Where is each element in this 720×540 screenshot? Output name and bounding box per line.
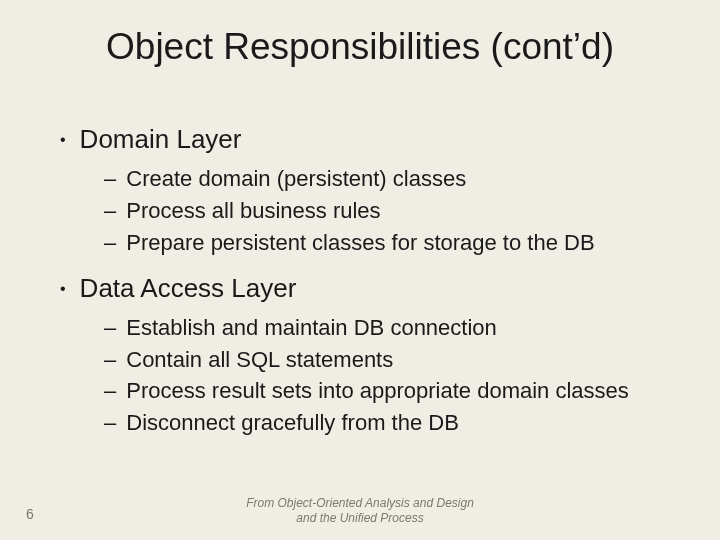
- list-item-text: Process result sets into appropriate dom…: [126, 375, 629, 407]
- dash-icon: –: [104, 344, 116, 376]
- sub-list: – Create domain (persistent) classes – P…: [104, 163, 680, 259]
- list-item: – Create domain (persistent) classes: [104, 163, 680, 195]
- dash-icon: –: [104, 195, 116, 227]
- attribution-line: From Object-Oriented Analysis and Design: [246, 496, 474, 510]
- bullet-dot-icon: •: [60, 132, 66, 148]
- list-item-text: Process all business rules: [126, 195, 380, 227]
- dash-icon: –: [104, 227, 116, 259]
- list-item: – Process result sets into appropriate d…: [104, 375, 680, 407]
- list-item-text: Establish and maintain DB connection: [126, 312, 497, 344]
- section-heading: • Data Access Layer: [60, 273, 680, 304]
- section-heading: • Domain Layer: [60, 124, 680, 155]
- list-item: – Contain all SQL statements: [104, 344, 680, 376]
- list-item-text: Create domain (persistent) classes: [126, 163, 466, 195]
- dash-icon: –: [104, 163, 116, 195]
- section-heading-text: Domain Layer: [80, 124, 242, 155]
- section-heading-text: Data Access Layer: [80, 273, 297, 304]
- list-item: – Prepare persistent classes for storage…: [104, 227, 680, 259]
- list-item-text: Prepare persistent classes for storage t…: [126, 227, 594, 259]
- dash-icon: –: [104, 312, 116, 344]
- slide-footer: 6 From Object-Oriented Analysis and Desi…: [0, 496, 720, 526]
- dash-icon: –: [104, 407, 116, 439]
- list-item: – Process all business rules: [104, 195, 680, 227]
- attribution-line: and the Unified Process: [296, 511, 423, 525]
- list-item: – Disconnect gracefully from the DB: [104, 407, 680, 439]
- slide: Object Responsibilities (cont’d) • Domai…: [0, 0, 720, 540]
- attribution: From Object-Oriented Analysis and Design…: [0, 496, 720, 526]
- list-item: – Establish and maintain DB connection: [104, 312, 680, 344]
- list-item-text: Disconnect gracefully from the DB: [126, 407, 459, 439]
- bullet-dot-icon: •: [60, 281, 66, 297]
- list-item-text: Contain all SQL statements: [126, 344, 393, 376]
- dash-icon: –: [104, 375, 116, 407]
- slide-title: Object Responsibilities (cont’d): [0, 26, 720, 68]
- slide-content: • Domain Layer – Create domain (persiste…: [60, 120, 680, 453]
- sub-list: – Establish and maintain DB connection –…: [104, 312, 680, 440]
